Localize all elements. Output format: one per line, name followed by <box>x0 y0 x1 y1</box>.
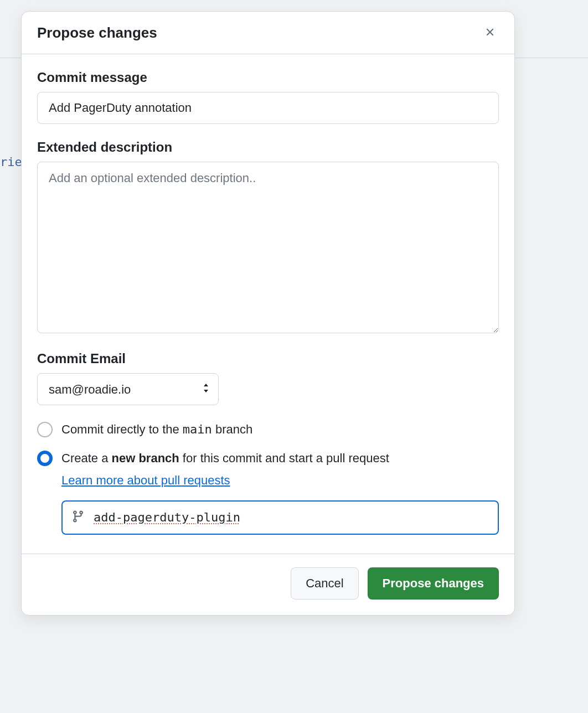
commit-message-label: Commit message <box>37 70 499 85</box>
create-branch-label: Create a new branch for this commit and … <box>61 450 389 489</box>
extended-description-field: Extended description <box>37 140 499 335</box>
commit-email-label: Commit Email <box>37 351 499 366</box>
create-branch-text-post: for this commit and start a pull request <box>179 451 389 465</box>
close-icon <box>484 26 496 40</box>
background-code-fragment: rie <box>0 155 22 169</box>
cancel-button[interactable]: Cancel <box>291 567 358 600</box>
commit-direct-label: Commit directly to the main branch <box>61 421 252 438</box>
branch-name-input[interactable] <box>61 500 499 535</box>
commit-direct-branch-name: main <box>183 422 212 436</box>
commit-direct-text-post: branch <box>212 422 252 436</box>
create-branch-option[interactable]: Create a new branch for this commit and … <box>37 450 499 489</box>
dialog-header: Propose changes <box>22 12 514 54</box>
close-button[interactable] <box>481 24 499 42</box>
dialog-footer: Cancel Propose changes <box>22 554 514 615</box>
commit-email-select[interactable]: sam@roadie.io <box>37 373 219 405</box>
radio-checked-icon <box>37 451 53 466</box>
commit-message-field: Commit message <box>37 70 499 124</box>
learn-more-link[interactable]: Learn more about pull requests <box>61 472 230 489</box>
branch-name-field <box>61 500 499 535</box>
dialog-body: Commit message Extended description Comm… <box>22 54 514 554</box>
commit-email-field: Commit Email sam@roadie.io <box>37 351 499 405</box>
radio-unchecked-icon <box>37 422 53 437</box>
create-branch-text-pre: Create a <box>61 451 112 465</box>
commit-direct-option[interactable]: Commit directly to the main branch <box>37 421 499 438</box>
dialog-title: Propose changes <box>37 24 157 42</box>
extended-description-label: Extended description <box>37 140 499 155</box>
commit-message-input[interactable] <box>37 92 499 124</box>
propose-changes-dialog: Propose changes Commit message Extended … <box>21 11 515 616</box>
branch-choice-group: Commit directly to the main branch Creat… <box>37 421 499 535</box>
propose-changes-button[interactable]: Propose changes <box>368 567 499 600</box>
extended-description-textarea[interactable] <box>37 162 499 333</box>
create-branch-text-bold: new branch <box>112 451 179 465</box>
commit-direct-text-pre: Commit directly to the <box>61 422 183 436</box>
